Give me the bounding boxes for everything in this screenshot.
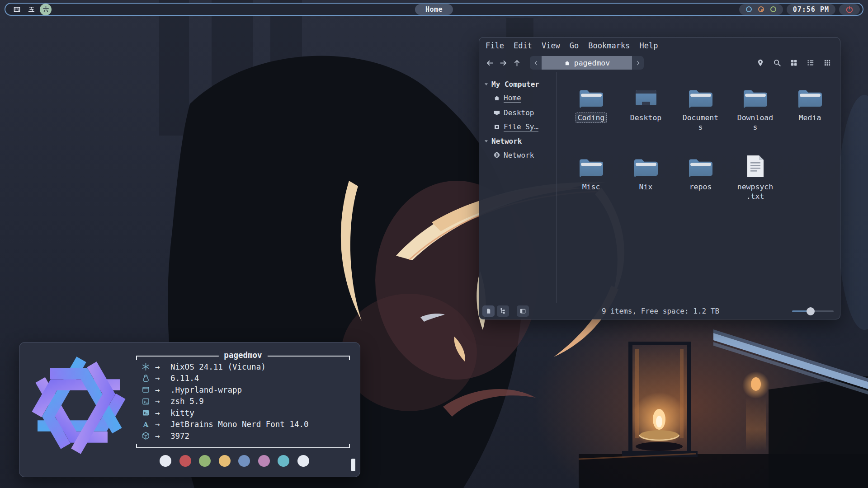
location-pin-icon: [756, 59, 764, 67]
grid-view-icon: [790, 59, 798, 67]
sidebar-item-network[interactable]: Network: [479, 148, 556, 162]
file-manager-window[interactable]: FileEditViewGoBookmarksHelp pagedmov My …: [479, 37, 840, 319]
path-bar[interactable]: pagedmov: [530, 56, 644, 70]
sidebar-item-home[interactable]: Home: [479, 91, 556, 105]
terminal-color-palette: [160, 455, 350, 467]
font-icon: [142, 420, 150, 429]
file-item-desktop[interactable]: Desktop: [618, 82, 673, 151]
file-item-misc[interactable]: Misc: [564, 151, 618, 220]
icon-view-button[interactable]: [788, 56, 800, 69]
places-button[interactable]: [754, 56, 767, 69]
sidebar-item-label: File Sy…: [504, 122, 538, 131]
menu-help[interactable]: Help: [639, 41, 658, 50]
sidebar-section-my-computer[interactable]: My Computer: [479, 77, 556, 91]
folder-icon: [687, 87, 715, 109]
menu-file[interactable]: File: [486, 41, 504, 50]
arrow-glyph: →: [155, 362, 170, 371]
file-item-newpsych-txt[interactable]: newpsych.txt: [728, 151, 783, 220]
power-button[interactable]: [839, 4, 860, 15]
fastfetch-value: 6.11.4: [170, 374, 199, 383]
fastfetch-row: → .Hyprland-wrapp: [142, 384, 347, 396]
home-icon: [564, 60, 571, 66]
fastfetch-row: → NixOS 24.11 (Vicuna): [142, 361, 347, 373]
tree-pane-button[interactable]: [497, 305, 509, 317]
folder-icon: [741, 87, 769, 109]
search-icon: [773, 59, 781, 67]
places-pane-button[interactable]: [482, 305, 495, 317]
sidebar-item-filesy[interactable]: File Sy…: [479, 120, 556, 134]
arrow-glyph: →: [155, 420, 170, 429]
fastfetch-value: zsh 5.9: [170, 397, 204, 406]
menu-go[interactable]: Go: [570, 41, 579, 50]
search-button[interactable]: [771, 56, 783, 69]
file-item-media[interactable]: Media: [783, 82, 837, 151]
palette-dot: [238, 455, 250, 467]
document-icon: [485, 308, 492, 314]
sidebar-item-label: Home: [504, 94, 521, 103]
palette-dot: [160, 455, 171, 467]
palette-dot: [179, 455, 191, 467]
palette-dot: [278, 455, 289, 467]
clock: 07:56 PM: [787, 4, 835, 15]
menubar: FileEditViewGoBookmarksHelp: [479, 38, 840, 54]
compact-view-button[interactable]: [821, 56, 834, 69]
statusbar: 9 items, Free space: 1.2 TB: [479, 303, 840, 319]
pkg-icon: [142, 432, 150, 440]
file-item-repos[interactable]: repos: [673, 151, 728, 220]
zoom-slider[interactable]: [792, 307, 834, 315]
path-scroll-left[interactable]: [530, 56, 542, 70]
panel-icon: [519, 308, 526, 314]
forward-button[interactable]: [497, 57, 509, 69]
file-label: newpsych.txt: [734, 182, 777, 202]
sidebar: My Computer Home Desktop File Sy… Networ…: [479, 72, 556, 303]
ring-green-icon: [769, 5, 777, 13]
file-item-downloads[interactable]: Downloads: [728, 82, 783, 151]
path-segment-home[interactable]: pagedmov: [542, 56, 632, 70]
back-button[interactable]: [484, 57, 495, 69]
file-item-nix[interactable]: Nix: [618, 151, 673, 220]
file-label: Misc: [580, 182, 603, 192]
toggle-sidepane-button[interactable]: [517, 305, 529, 317]
menu-view[interactable]: View: [542, 41, 560, 50]
palette-dot: [219, 455, 231, 467]
sidebar-item-label: Network: [504, 151, 534, 160]
arrow-glyph: →: [155, 408, 170, 418]
status-text: 9 items, Free space: 1.2 TB: [531, 307, 790, 315]
detail-view-button[interactable]: [804, 56, 817, 69]
tree-icon: [500, 308, 506, 314]
desktop-icon: [493, 109, 500, 116]
folder-icon: [796, 87, 824, 109]
sidebar-section-label: My Computer: [491, 80, 539, 89]
fastfetch-title: pagedmov: [218, 351, 267, 360]
file-item-coding[interactable]: Coding: [564, 82, 618, 151]
terminal-cursor: [351, 459, 355, 471]
textfile-icon: [743, 155, 768, 178]
file-item-documents[interactable]: Documents: [673, 82, 728, 151]
fastfetch-value: kitty: [170, 408, 194, 418]
workspace-3[interactable]: [40, 4, 52, 15]
compact-view-icon: [823, 59, 831, 67]
up-button[interactable]: [511, 57, 523, 69]
zoom-slider-knob[interactable]: [807, 307, 815, 315]
workspace-1[interactable]: [11, 4, 23, 14]
sidebar-item-desktop[interactable]: Desktop: [479, 105, 556, 120]
workspace-glyph-icon: [28, 5, 35, 13]
toolbar: pagedmov: [479, 54, 840, 72]
file-label: Documents: [679, 113, 722, 132]
arrow-glyph: →: [155, 385, 170, 394]
menu-bookmarks[interactable]: Bookmarks: [588, 41, 630, 50]
filesystem-icon: [493, 123, 500, 131]
terminal-window[interactable]: pagedmov → NixOS 24.11 (Vicuna) → 6.11.4…: [19, 342, 360, 477]
status-bar: Home 07:56 PM: [5, 3, 863, 16]
file-label: Media: [797, 113, 824, 123]
menu-edit[interactable]: Edit: [514, 41, 532, 50]
workspace-2[interactable]: [25, 4, 37, 14]
path-scroll-right[interactable]: [632, 56, 644, 70]
fastfetch-value: JetBrains Mono Nerd Font 14.0: [170, 420, 309, 429]
nixos-logo: [29, 356, 128, 455]
folder-icon: [577, 156, 605, 178]
sidebar-section-network[interactable]: Network: [479, 134, 556, 148]
wm-icon: [142, 385, 150, 394]
chevron-left-icon: [533, 60, 539, 66]
folder-icon: [632, 156, 660, 178]
